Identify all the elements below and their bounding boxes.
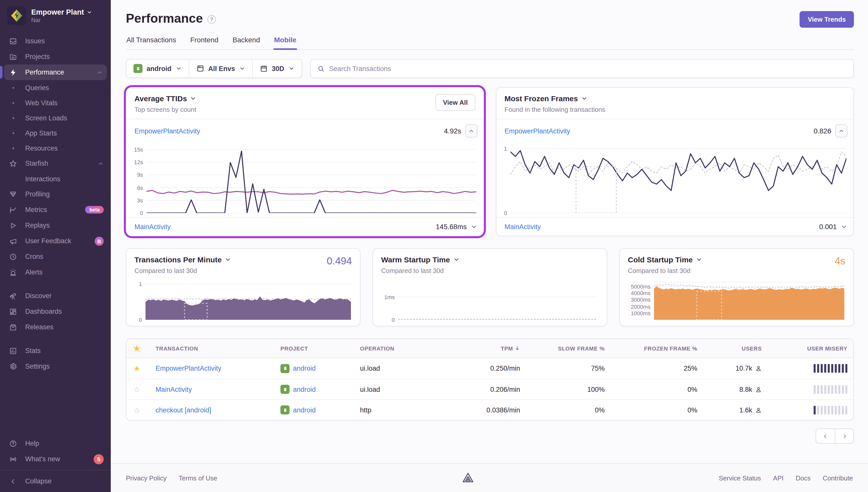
help-icon (8, 439, 18, 447)
project-link[interactable]: android (293, 406, 316, 414)
average-ttids-title-dropdown[interactable]: Average TTIDs (134, 94, 197, 103)
warm-startup-title-dropdown[interactable]: Warm Startup Time (381, 255, 598, 264)
sidebar-item-alerts[interactable]: Alerts (0, 264, 111, 280)
footer-link-api[interactable]: API (773, 474, 784, 482)
table-row: ☆checkout [android]androidhttp0.0386/min… (126, 399, 853, 420)
transaction-link[interactable]: MainActivity (156, 386, 192, 393)
transaction-link[interactable]: EmpowerPlantActivity (156, 365, 221, 372)
column-header-user-misery[interactable]: USER MISERY (769, 345, 854, 351)
favorite-star[interactable]: ☆ (133, 406, 140, 414)
sidebar-item-label: Replays (25, 222, 50, 229)
footer-link-contribute[interactable]: Contribute (823, 474, 853, 482)
date-range-filter[interactable]: 30D (252, 59, 302, 78)
footer-link-terms-of-use[interactable]: Terms of Use (179, 474, 217, 482)
notification-badge: 5 (94, 454, 104, 464)
expand-row-button[interactable] (841, 223, 847, 230)
favorite-star[interactable]: ☆ (133, 386, 140, 393)
chevron-right-icon (841, 433, 848, 439)
y-axis-tick: 2000ms (631, 303, 650, 310)
collapse-row-button[interactable] (465, 124, 477, 138)
tab-all-transactions[interactable]: All Transactions (126, 36, 177, 49)
bullet-icon (8, 117, 18, 119)
search-input[interactable] (329, 65, 847, 72)
panel-subtitle: Compared to last 30d (134, 267, 352, 274)
transaction-link[interactable]: EmpowerPlantActivity (134, 127, 200, 135)
sidebar-item-web-vitals[interactable]: Web Vitals (0, 95, 111, 110)
chevron-down-icon (581, 95, 588, 102)
column-header-transaction[interactable]: TRANSACTION (149, 345, 273, 351)
sidebar-item-stats[interactable]: Stats (0, 343, 111, 359)
sidebar-item-screen-loads[interactable]: Screen Loads (0, 110, 111, 125)
help-icon[interactable]: ? (207, 15, 216, 23)
transaction-link[interactable]: MainActivity (134, 223, 171, 230)
favorite-column-header: ★ (126, 344, 149, 352)
sidebar-collapse[interactable]: Collapse (0, 470, 111, 492)
sidebar-item-metrics[interactable]: Metricsbeta (0, 202, 111, 218)
environment-filter[interactable]: All Envs (188, 59, 252, 78)
column-header-tpm[interactable]: TPM (442, 345, 527, 351)
view-all-button[interactable]: View All (435, 94, 475, 111)
sidebar-item-performance[interactable]: Performance (4, 65, 107, 80)
column-header-users[interactable]: USERS (705, 345, 769, 351)
org-switcher[interactable]: Empower Plant Nar (0, 0, 111, 30)
siren-icon (8, 268, 18, 276)
sidebar-item-label: Releases (25, 323, 54, 331)
footer-link-docs[interactable]: Docs (796, 474, 811, 482)
previous-page-button[interactable] (816, 428, 835, 444)
profiling-icon (8, 190, 18, 198)
tab-backend[interactable]: Backend (232, 36, 260, 49)
sidebar-item-starfish[interactable]: Starfish (0, 155, 111, 171)
sidebar-item-app-starts[interactable]: App Starts (0, 125, 111, 141)
chevron-down-icon (288, 66, 294, 72)
users-cell: 10.7k (705, 365, 769, 372)
cold-startup-title-dropdown[interactable]: Cold Startup Time (628, 255, 845, 264)
sidebar-item-help[interactable]: Help (0, 436, 111, 451)
operation-cell: ui.load (353, 365, 442, 372)
next-page-button[interactable] (835, 428, 854, 444)
clock-icon (8, 252, 18, 261)
project-link[interactable]: android (293, 365, 316, 372)
column-header-slow-frame[interactable]: SLOW FRAME % (527, 345, 612, 351)
sidebar-item-issues[interactable]: Issues (0, 33, 111, 49)
column-header-operation[interactable]: OPERATION (353, 345, 442, 351)
footer-link-service-status[interactable]: Service Status (719, 474, 761, 482)
sidebar-item-user-feedback[interactable]: User FeedbackB (0, 233, 111, 249)
expand-row-button[interactable] (471, 223, 477, 230)
collapse-row-button[interactable] (835, 124, 847, 138)
column-header-frozen-frame[interactable]: FROZEN FRAME % (612, 345, 705, 351)
sidebar-item-profiling[interactable]: Profiling (0, 186, 111, 202)
sidebar-item-interactions[interactable]: Interactions (0, 171, 111, 186)
sidebar-item-queries[interactable]: Queries (0, 80, 111, 95)
project-filter[interactable]: android (126, 59, 188, 78)
tpm-cell: 0.206/min (442, 386, 527, 393)
tpm-title-dropdown[interactable]: Transactions Per Minute (134, 255, 352, 264)
sidebar-item-crons[interactable]: Crons (0, 249, 111, 264)
view-trends-button[interactable]: View Trends (800, 11, 854, 28)
transaction-link[interactable]: MainActivity (505, 223, 541, 230)
tab-mobile[interactable]: Mobile (274, 36, 297, 49)
sidebar-item-discover[interactable]: Discover (0, 288, 111, 304)
chevron-down-icon (471, 223, 477, 230)
sidebar-item-releases[interactable]: Releases (0, 319, 111, 335)
project-link[interactable]: android (293, 386, 316, 393)
transaction-link[interactable]: EmpowerPlantActivity (505, 127, 570, 135)
sidebar-item-replays[interactable]: Replays (0, 218, 111, 233)
favorite-star[interactable]: ★ (133, 365, 140, 372)
transaction-link[interactable]: checkout [android] (156, 406, 211, 414)
y-axis-tick: 12s (134, 159, 143, 165)
sidebar-item-dashboards[interactable]: Dashboards (0, 304, 111, 319)
footer-link-privacy-policy[interactable]: Privacy Policy (126, 474, 167, 482)
sidebar-item-what-s-new[interactable]: What's new5 (0, 451, 111, 467)
chevron-left-icon (8, 478, 18, 485)
user-misery-cell (769, 364, 854, 373)
sidebar-item-resources[interactable]: Resources (0, 141, 111, 155)
y-axis-tick: 0 (504, 210, 507, 216)
sidebar-item-settings[interactable]: Settings (0, 359, 111, 374)
tab-frontend[interactable]: Frontend (190, 36, 219, 49)
users-cell: 8.8k (705, 386, 769, 393)
column-header-project[interactable]: PROJECT (273, 345, 353, 351)
frozen-frame-cell: 25% (612, 365, 705, 372)
search-icon (317, 65, 325, 72)
sidebar-item-projects[interactable]: Projects (0, 49, 111, 65)
most-frozen-frames-title-dropdown[interactable]: Most Frozen Frames (505, 94, 605, 103)
